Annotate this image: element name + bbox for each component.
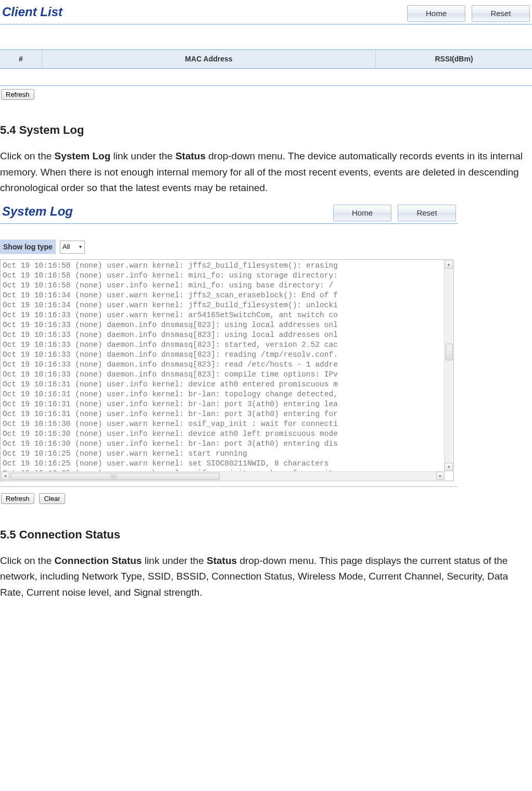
col-index: # — [0, 50, 42, 68]
scroll-down-icon[interactable]: ▾ — [445, 463, 453, 471]
bold-text: Connection Status — [55, 555, 142, 566]
log-type-select[interactable]: All — [60, 241, 85, 254]
log-line: Oct 19 10:16:30 (none) user.info kernel:… — [3, 439, 452, 449]
panel-title: System Log — [2, 202, 333, 222]
log-line: Oct 19 10:16:33 (none) daemon.info dnsma… — [3, 360, 452, 370]
home-button[interactable]: Home — [407, 5, 465, 22]
bold-text: Status — [175, 150, 206, 161]
clear-button[interactable]: Clear — [39, 493, 65, 504]
scroll-up-icon[interactable]: ▴ — [445, 260, 453, 269]
log-textarea[interactable]: Oct 19 10:16:58 (none) user.warn kernel:… — [0, 259, 454, 481]
client-list-panel: Client List Home Reset # MAC Address RSS… — [0, 2, 532, 100]
grip-icon — [111, 474, 116, 479]
log-line: Oct 19 10:16:31 (none) user.info kernel:… — [3, 380, 452, 390]
divider — [0, 486, 458, 487]
section-5-5-paragraph: Click on the Connection Status link unde… — [0, 553, 532, 600]
scroll-left-icon[interactable]: ◂ — [1, 472, 9, 480]
log-line: Oct 19 10:16:34 (none) user.warn kernel:… — [3, 291, 452, 300]
log-line: Oct 19 10:16:33 (none) user.warn kernel:… — [3, 310, 452, 320]
reset-button[interactable]: Reset — [398, 205, 456, 221]
log-line: Oct 19 10:16:58 (none) user.warn kernel:… — [3, 261, 452, 271]
log-line: Oct 19 10:16:33 (none) daemon.info dnsma… — [3, 330, 452, 340]
log-type-row: Show log type All — [0, 240, 458, 254]
section-heading-5-5: 5.5 Connection Status — [0, 525, 532, 544]
log-line: Oct 19 10:16:31 (none) user.info kernel:… — [3, 390, 452, 399]
log-line: Oct 19 10:16:33 (none) daemon.info dnsma… — [3, 350, 452, 360]
divider — [0, 223, 458, 224]
home-button[interactable]: Home — [333, 205, 391, 221]
section-heading-5-4: 5.4 System Log — [0, 121, 532, 139]
col-mac: MAC Address — [42, 50, 376, 68]
client-list-table: # MAC Address RSSI(dBm) — [0, 49, 532, 85]
refresh-button[interactable]: Refresh — [1, 493, 34, 504]
log-line: Oct 19 10:16:31 (none) user.info kernel:… — [3, 409, 452, 419]
log-line: Oct 19 10:16:34 (none) user.warn kernel:… — [3, 300, 452, 310]
table-empty-body — [0, 69, 532, 86]
col-rssi: RSSI(dBm) — [376, 50, 532, 68]
scroll-thumb[interactable] — [10, 473, 220, 480]
divider — [0, 24, 532, 24]
log-line: Oct 19 10:16:33 (none) daemon.info dnsma… — [3, 370, 452, 380]
scroll-right-icon[interactable]: ▸ — [436, 472, 445, 480]
log-line: Oct 19 10:16:30 (none) user.info kernel:… — [3, 429, 452, 439]
bold-text: System Log — [55, 150, 111, 161]
scroll-thumb[interactable] — [446, 344, 453, 360]
text: Click on the — [0, 555, 55, 566]
panel-header: Client List Home Reset — [0, 2, 532, 24]
log-line: Oct 19 10:16:31 (none) user.info kernel:… — [3, 399, 452, 409]
refresh-button[interactable]: Refresh — [1, 89, 34, 100]
panel-header: System Log Home Reset — [0, 202, 458, 223]
log-line: Oct 19 10:16:58 (none) user.info kernel:… — [3, 281, 452, 291]
horizontal-scrollbar[interactable]: ◂ ▸ — [1, 471, 445, 480]
vertical-scrollbar[interactable]: ▴ ▾ — [444, 260, 453, 471]
bold-text: Status — [207, 555, 237, 566]
log-line: Oct 19 10:16:30 (none) user.warn kernel:… — [3, 419, 452, 429]
text: link under the — [110, 150, 175, 161]
log-line: Oct 19 10:16:25 (none) user.warn kernel:… — [3, 459, 452, 469]
log-line: Oct 19 10:16:33 (none) daemon.info dnsma… — [3, 340, 452, 350]
log-line: Oct 19 10:16:25 (none) user.warn kernel:… — [3, 449, 452, 459]
text: link under the — [142, 555, 207, 566]
log-line: Oct 19 10:16:33 (none) daemon.info dnsma… — [3, 320, 452, 330]
section-5-4-paragraph: Click on the System Log link under the S… — [0, 148, 532, 196]
table-header-row: # MAC Address RSSI(dBm) — [0, 49, 532, 68]
system-log-panel: System Log Home Reset Show log type All … — [0, 202, 458, 505]
text: Click on the — [0, 150, 55, 161]
log-type-label: Show log type — [0, 240, 56, 254]
panel-title: Client List — [2, 2, 407, 23]
reset-button[interactable]: Reset — [472, 5, 530, 22]
log-line: Oct 19 10:16:58 (none) user.info kernel:… — [3, 271, 452, 281]
